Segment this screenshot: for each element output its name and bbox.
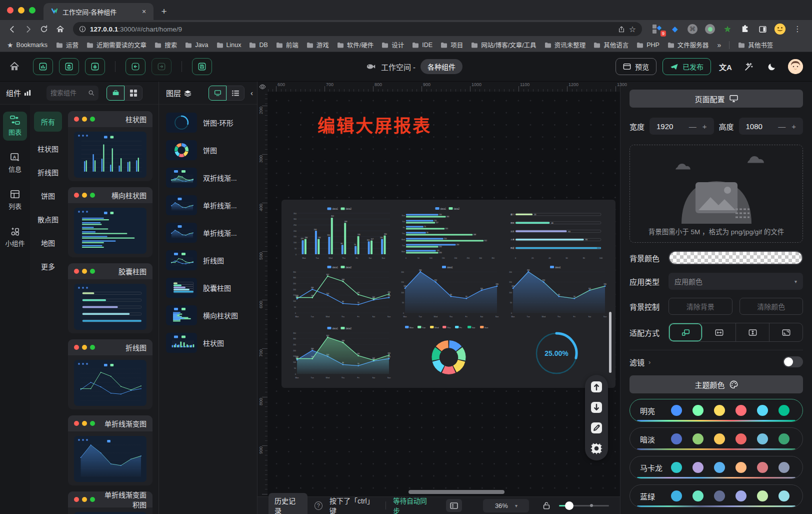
height-increment[interactable]: + [790,122,798,131]
category-饼图[interactable]: 饼图 [40,189,56,202]
canvas-chart-hbar[interactable]: data1data2Sun130160Sat110117Fri70155Thu8… [394,204,502,262]
single-view-toggle[interactable] [106,86,124,101]
browser-menu-icon[interactable]: ⋮ [792,24,803,35]
nav-tab-信息[interactable]: A信息 [3,149,27,178]
layer-item[interactable]: 柱状图 [166,333,252,353]
height-input[interactable]: 1080 — + [739,118,803,135]
theme-row-马卡龙[interactable]: 马卡龙 [630,456,803,479]
layer-thumbnail-view-toggle[interactable] [208,86,226,101]
undo-button[interactable] [126,58,146,75]
sidebar-icon[interactable] [757,24,768,35]
zoom-slider-knob[interactable] [565,501,574,510]
bookmark-folder[interactable]: 其他语言 [590,39,632,51]
layer-item[interactable]: 横向柱状图 [166,305,252,325]
layers-panel-toggle-button[interactable] [59,58,79,75]
bookmark-folder[interactable]: PHP [633,40,663,50]
category-折线图[interactable]: 折线图 [36,166,60,179]
fit-height-option[interactable] [736,323,770,341]
bookmark-star-icon[interactable]: ☆ [629,25,636,34]
layer-item[interactable]: 单折线渐... [166,223,252,243]
category-地图[interactable]: 地图 [40,236,56,249]
visibility-eye-icon[interactable] [258,82,268,92]
category-更多[interactable]: 更多 [40,260,56,273]
collapse-panel-icon[interactable]: ‹ [250,89,253,97]
command-extension-icon[interactable]: ⌘ [687,24,698,35]
category-柱状图[interactable]: 柱状图 [36,142,60,155]
bookmark-folder[interactable]: 搜索 [151,39,180,51]
bookmark-folder[interactable]: 网站/博客/文章/工具 [468,39,540,51]
bg-color-swatch[interactable] [668,251,803,265]
component-card-单折线渐变面积图[interactable]: 单折线渐变面积图 [68,491,152,514]
help-icon[interactable]: ? [314,501,322,510]
bookmark-folder[interactable]: Linux [213,40,245,50]
canvas-chart-bar[interactable]: data1data2050100150200250300350120130Mon… [286,204,394,262]
dot-extension-icon[interactable] [704,24,716,35]
fit-stretch-option[interactable] [770,323,802,341]
bookmark-folder[interactable]: 近期需要读的文章 [83,39,150,51]
nav-tab-图表[interactable]: 图表 [3,112,27,141]
height-value[interactable]: 1080 [746,122,774,131]
clear-color-button[interactable]: 清除颜色 [740,298,804,315]
bookmarks-label[interactable]: Bookmarks [16,42,48,49]
bookmark-folder[interactable]: 文件服务器 [664,39,712,51]
component-card-柱状图[interactable]: 柱状图 [68,111,152,181]
user-avatar[interactable] [788,59,803,74]
upload-button[interactable] [590,380,604,394]
theme-color-header[interactable]: 主题颜色 [630,375,803,393]
canvas-viewport[interactable]: 编辑大屏报表 data1data205010015020025030035012… [268,92,620,496]
project-name-pill[interactable]: 各种组件 [420,59,462,74]
bookmarks-overflow-icon[interactable]: » [714,41,724,49]
background-upload-dropzone[interactable]: 背景图需小于 5M ，格式为 png/jpg/gif 的文件 [630,145,803,243]
lock-icon[interactable] [543,501,550,509]
component-search[interactable] [46,86,98,101]
fit-width-option[interactable] [702,323,736,341]
layer-list-view-toggle[interactable] [226,86,244,101]
canvas-title-text[interactable]: 编辑大屏报表 [318,112,432,137]
zoom-select[interactable]: 36%▾ [483,499,529,512]
window-zoom-button[interactable] [29,7,36,14]
layer-item[interactable]: 饼图 [166,140,252,160]
grid-view-toggle[interactable] [124,86,142,101]
site-info-icon[interactable] [79,26,86,33]
theme-row-蓝绿[interactable]: 蓝绿 [630,484,803,507]
search-input[interactable] [50,89,86,97]
bookmark-folder[interactable]: 软件/硬件 [334,39,377,51]
clear-background-button[interactable]: 清除背景 [668,298,732,315]
width-increment[interactable]: + [700,122,709,131]
layer-item[interactable]: 单折线渐... [166,195,252,215]
magic-wand-icon[interactable] [740,62,757,72]
redo-button[interactable] [152,58,172,75]
bookmark-folder[interactable]: 项目 [437,39,466,51]
nav-tab-小组件[interactable]: 小组件 [3,223,27,252]
window-minimize-button[interactable] [18,7,24,14]
chart-board[interactable]: data1data2050100150200250300350120130Mon… [282,200,616,388]
bookmark-folder[interactable]: Java [182,40,212,50]
category-散点图[interactable]: 散点图 [36,213,60,226]
bookmark-folder[interactable]: IDE [408,40,436,50]
bookmark-folder[interactable]: 游戏 [303,39,332,51]
layer-item[interactable]: 胶囊柱图 [166,278,252,298]
detail-panel-toggle-button[interactable] [85,58,105,75]
forward-icon[interactable] [21,22,35,36]
save-button[interactable] [192,58,212,75]
share-icon[interactable] [618,26,625,33]
app-type-select[interactable]: 应用颜色▾ [668,273,803,290]
bookmark-folder[interactable]: 资讯未整理 [541,39,590,51]
nav-tab-列表[interactable]: 列表 [3,186,27,215]
window-close-button[interactable] [7,7,14,14]
extension-badge-icon[interactable]: ◆ 9 [652,24,663,35]
bookmark-folder[interactable]: 前端 [272,39,302,51]
theme-row-暗淡[interactable]: 暗淡 [630,427,803,450]
layer-item[interactable]: 折线图 [166,250,252,270]
canvas-chart-line1[interactable]: data10501001502001202001508070110130MonT… [394,262,502,321]
component-card-胶囊柱图[interactable]: 胶囊柱图 [68,263,152,333]
chart-panel-toggle-button[interactable] [33,58,53,75]
canvas-chart-line2[interactable]: data1data2050100150200250300350120200150… [286,262,394,321]
other-bookmarks-folder[interactable]: 其他书签 [734,39,776,51]
canvas-chart-capsule[interactable]: 厦门20南阳40北京60上海80新疆100020406080100 [502,204,610,262]
theme-row-明亮[interactable]: 明亮 [630,399,803,422]
bookmark-folder[interactable]: 设计 [378,39,408,51]
publish-button[interactable]: 已发布 [662,58,711,75]
vertical-scrollbar[interactable] [609,312,612,373]
width-input[interactable]: 1920 — + [650,118,714,135]
